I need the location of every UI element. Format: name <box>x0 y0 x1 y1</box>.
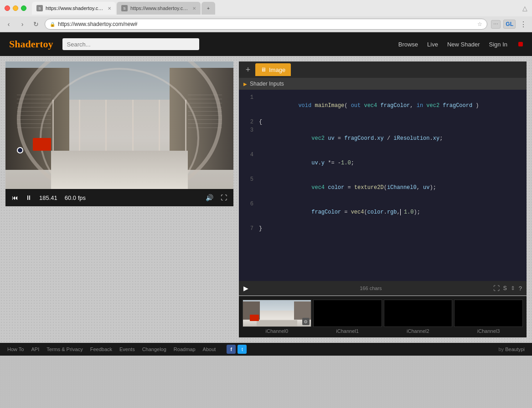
gl-button[interactable]: GL <box>503 20 516 29</box>
channel-strip: ⚙ iChannel0 iChannel1 iChannel2 <box>239 296 527 337</box>
browser-addressbar: ‹ › ↻ 🔒 https://www.shadertoy.com/new# ☆… <box>0 16 532 32</box>
viewport-panel: ⏮ ⏸ 185.41 60.0 fps 🔊 ⛶ <box>5 61 233 337</box>
preset-selector[interactable]: S <box>503 285 507 291</box>
social-links: f t <box>227 345 247 354</box>
main-nav: Browse Live New Shader Sign In <box>398 41 523 48</box>
search-input[interactable] <box>62 38 199 50</box>
bookmark-icon[interactable]: ☆ <box>477 21 482 27</box>
tab-close-1[interactable]: ✕ <box>108 6 111 11</box>
tab-label-2: https://www.shadertoy.com/ne <box>130 5 190 11</box>
code-line-6: 6 fragColor = vec4(color.rgb, 1.0); <box>239 200 527 224</box>
volume-button[interactable]: 🔊 <box>204 192 215 203</box>
channel-0[interactable]: ⚙ iChannel0 <box>243 300 311 334</box>
line-content-6: fragColor = vec4(color.rgb, 1.0); <box>259 200 420 224</box>
extensions-button[interactable]: ⋯ <box>491 20 501 29</box>
line-num-4: 4 <box>243 151 253 175</box>
channel-0-image <box>243 300 311 326</box>
channel-3[interactable]: iChannel3 <box>454 300 523 334</box>
traffic-lights <box>5 5 26 11</box>
footer-roadmap[interactable]: Roadmap <box>174 347 196 352</box>
ch-bldg-r <box>294 301 311 320</box>
channel-0-thumb[interactable]: ⚙ <box>243 300 311 327</box>
scene-underground-sign <box>17 147 23 153</box>
app-header: Shadertoy Browse Live New Shader Sign In <box>0 32 532 56</box>
editor-tabs: + 🖥 Image <box>239 61 527 78</box>
footer-terms[interactable]: Terms & Privacy <box>46 347 83 352</box>
address-box[interactable]: 🔒 https://www.shadertoy.com/new# ☆ <box>45 19 487 30</box>
close-window-button[interactable] <box>5 5 10 11</box>
browser-actions: ⋯ GL ⋮ <box>491 19 528 29</box>
footer-api[interactable]: API <box>31 347 39 352</box>
forward-button[interactable]: › <box>17 19 27 29</box>
shader-viewport <box>5 61 233 189</box>
scene-road <box>51 151 188 189</box>
line-content-2: { <box>259 118 262 126</box>
footer-changelog[interactable]: Changelog <box>142 347 166 352</box>
channel-2-label: iChannel2 <box>384 328 453 334</box>
tab-close-2[interactable]: ✕ <box>192 6 196 11</box>
browser-tab-1[interactable]: S https://www.shadertoy.com/ne ✕ <box>32 2 116 15</box>
maximize-window-button[interactable] <box>21 5 26 11</box>
footer-about[interactable]: About <box>203 347 216 352</box>
channel-0-settings[interactable]: ⚙ <box>302 318 310 325</box>
preset-arrows[interactable]: ⇕ <box>511 285 515 291</box>
back-button[interactable]: ‹ <box>4 19 14 29</box>
minimize-window-button[interactable] <box>13 5 18 11</box>
image-tab-label: Image <box>269 66 285 73</box>
collapse-icon: ▶ <box>243 82 247 87</box>
reload-button[interactable]: ↻ <box>31 19 41 29</box>
playback-controls: ⏮ ⏸ 185.41 60.0 fps 🔊 ⛶ <box>5 189 233 206</box>
app-logo[interactable]: Shadertoy <box>9 38 53 50</box>
code-line-2: 2 { <box>239 118 527 126</box>
footer-events[interactable]: Events <box>119 347 135 352</box>
browser-tabs: S https://www.shadertoy.com/ne ✕ S https… <box>32 2 522 15</box>
char-count: 166 chars <box>360 286 382 291</box>
footer-feedback[interactable]: Feedback <box>90 347 112 352</box>
line-content-4: uv.y *= -1.0; <box>259 151 354 175</box>
scene-windows-right <box>188 93 222 132</box>
line-num-7: 7 <box>243 224 253 233</box>
line-num-6: 6 <box>243 200 253 224</box>
line-num-5: 5 <box>243 175 253 200</box>
channel-2[interactable]: iChannel2 <box>384 300 453 334</box>
code-line-5: 5 vec4 color = texture2D(iChannel0, uv); <box>239 175 527 200</box>
help-button[interactable]: ? <box>519 285 522 292</box>
channel-3-label: iChannel3 <box>454 328 523 334</box>
new-tab-button[interactable]: + <box>201 2 215 15</box>
code-line-4: 4 uv.y *= -1.0; <box>239 151 527 175</box>
channel-1-thumb[interactable] <box>313 300 382 327</box>
fullscreen-button[interactable]: ⛶ <box>219 192 229 203</box>
facebook-link[interactable]: f <box>227 345 236 354</box>
run-button[interactable]: ▶ <box>243 285 248 292</box>
channel-2-thumb[interactable] <box>384 300 453 327</box>
channel-1[interactable]: iChannel1 <box>313 300 382 334</box>
scene-windows-left <box>17 93 51 132</box>
skip-back-button[interactable]: ⏮ <box>10 192 20 203</box>
footer-howto[interactable]: How To <box>7 347 24 352</box>
channel-1-label: iChannel1 <box>313 328 382 334</box>
code-editor[interactable]: 1 void mainImage( out vec4 fragColor, in… <box>239 90 527 281</box>
channel-3-thumb[interactable] <box>454 300 523 327</box>
nav-browse[interactable]: Browse <box>398 41 418 48</box>
twitter-link[interactable]: t <box>238 345 247 354</box>
image-tab[interactable]: 🖥 Image <box>255 63 291 76</box>
add-tab-button[interactable]: + <box>243 64 253 75</box>
line-content-1: void mainImage( out vec4 fragColor, in v… <box>259 93 479 118</box>
notification-icon: △ <box>522 5 527 12</box>
ch-road <box>257 320 297 327</box>
nav-new-shader[interactable]: New Shader <box>447 41 480 48</box>
channel-0-label: iChannel0 <box>243 328 311 334</box>
shader-inputs-bar[interactable]: ▶ Shader Inputs <box>239 78 527 90</box>
shader-render <box>5 61 233 189</box>
editor-footer: ▶ 166 chars ⛶ S ⇕ ? <box>239 281 527 296</box>
line-content-7: } <box>259 224 262 233</box>
fps-display: 60.0 fps <box>65 194 86 201</box>
browser-tab-2[interactable]: S https://www.shadertoy.com/ne ✕ <box>117 2 201 15</box>
editor-panel: + 🖥 Image ▶ Shader Inputs 1 void mainIma… <box>239 61 527 337</box>
pause-button[interactable]: ⏸ <box>24 192 34 203</box>
nav-live[interactable]: Live <box>427 41 438 48</box>
nav-sign-in[interactable]: Sign In <box>489 41 507 48</box>
editor-fullscreen-button[interactable]: ⛶ <box>493 285 500 292</box>
main-content: ⏮ ⏸ 185.41 60.0 fps 🔊 ⛶ + 🖥 Image ▶ <box>0 56 532 343</box>
menu-button[interactable]: ⋮ <box>518 19 528 29</box>
